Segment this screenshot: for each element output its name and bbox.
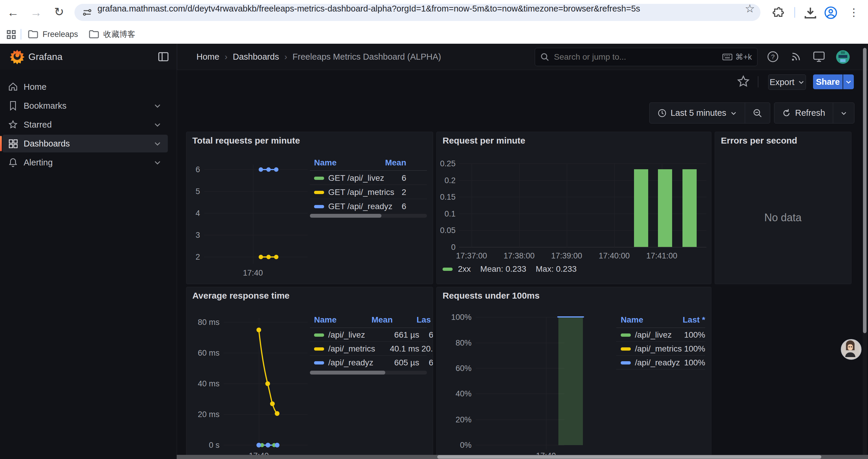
extensions-icon[interactable] — [772, 6, 785, 19]
refresh-interval-dropdown[interactable] — [833, 110, 854, 117]
horizontal-scrollbar-thumb[interactable] — [437, 455, 821, 459]
reload-icon[interactable]: ↻ — [54, 5, 64, 19]
monitor-icon[interactable] — [813, 51, 825, 63]
search-box[interactable]: ⌘+k — [535, 48, 757, 66]
legend-header-last[interactable]: Last * — [664, 315, 705, 325]
sidebar-item-dashboards[interactable]: Dashboards — [2, 135, 168, 153]
bookmark-icon — [2, 101, 24, 111]
bar-2xx[interactable] — [658, 169, 672, 247]
y-tick: 80% — [437, 338, 471, 348]
grafana-logo[interactable] — [9, 49, 25, 64]
legend-header-name[interactable]: Name — [314, 158, 337, 167]
legend-scrollbar[interactable] — [310, 214, 427, 218]
chevron-down-icon[interactable] — [154, 121, 161, 129]
series-mean: 2 — [402, 188, 406, 197]
panel-title: Total requests per minute — [192, 136, 300, 145]
assistant-avatar-image — [842, 340, 859, 357]
y-tick: 0.25 — [437, 159, 456, 168]
back-icon[interactable]: ← — [7, 6, 19, 19]
chevron-down-icon[interactable] — [154, 102, 161, 109]
sidebar-item-bookmarks[interactable]: Bookmarks — [2, 97, 168, 114]
chevron-down-icon — [730, 110, 737, 117]
sidebar-item-home[interactable]: Home — [2, 78, 168, 96]
x-tick: 17:37:00 — [456, 251, 487, 261]
floating-assistant-avatar[interactable] — [841, 339, 862, 360]
share-button[interactable]: Share — [813, 74, 843, 89]
series-color-pill — [621, 333, 631, 337]
bar-2xx[interactable] — [682, 169, 696, 247]
legend-header-name[interactable]: Name — [621, 315, 643, 325]
series-top-line — [557, 316, 584, 318]
vertical-scrollbar-thumb[interactable] — [863, 48, 867, 333]
forward-icon[interactable]: → — [30, 6, 42, 19]
series-last: 20.5 r — [410, 344, 433, 354]
url-text[interactable]: grafana.mathmast.com/d/deytv4rwavabkb/fr… — [97, 0, 640, 17]
bookmark-star-icon[interactable]: ☆ — [745, 2, 755, 15]
zoom-out-button[interactable] — [745, 108, 770, 118]
chevron-down-icon — [845, 78, 852, 85]
y-tick: 0.1 — [437, 209, 456, 219]
legend-header-last[interactable]: Las — [416, 315, 431, 325]
site-info-icon[interactable] — [83, 8, 92, 17]
legend-row[interactable]: /api/_metrics 40.1 ms 20.5 r — [314, 343, 427, 355]
bookmark-folder-blogs[interactable]: 收藏博客 — [89, 25, 135, 44]
y-tick: 2 — [186, 253, 200, 262]
legend-row[interactable]: /api/_metrics 100% — [621, 343, 705, 355]
y-tick: 60% — [437, 364, 471, 373]
panel-errors-per-second[interactable]: Errors per second No data — [715, 132, 851, 284]
vertical-scrollbar[interactable] — [863, 46, 867, 459]
chevron-down-icon[interactable] — [154, 159, 161, 166]
legend-row[interactable]: GET /api/_readyz 6 — [314, 201, 427, 212]
legend-header-mean[interactable]: Mean — [370, 158, 406, 167]
profile-icon[interactable] — [824, 6, 838, 20]
keyboard-icon — [722, 53, 733, 61]
time-range-picker[interactable]: Last 5 minutes — [650, 108, 745, 118]
legend-header-mean[interactable]: Mean — [358, 315, 393, 325]
sidebar-item-alerting[interactable]: Alerting — [2, 154, 168, 171]
legend-row[interactable]: /api/_livez 661 µs 646 — [314, 329, 427, 341]
legend-row[interactable]: 2xx Mean: 0.233 Max: 0.233 — [442, 264, 577, 274]
legend-scrollbar[interactable] — [310, 371, 427, 374]
export-button[interactable]: Export — [768, 74, 806, 90]
search-input[interactable] — [553, 52, 722, 62]
apps-grid-icon[interactable] — [6, 30, 18, 39]
legend-header-name[interactable]: Name — [314, 315, 337, 325]
bookmark-folder-freeleaps[interactable]: Freeleaps — [28, 25, 78, 44]
panel-request-per-minute[interactable]: Request per minute 0.25 0.2 0.15 0.1 0.0… — [436, 132, 711, 284]
bar-2xx[interactable] — [634, 169, 648, 247]
legend-row[interactable]: /api/_livez 100% — [621, 329, 705, 341]
favorite-star-icon[interactable] — [736, 74, 750, 89]
x-tick: 17:39:00 — [551, 251, 582, 261]
help-icon[interactable]: ? — [767, 51, 779, 63]
legend-row[interactable]: GET /api/_metrics 2 — [314, 186, 427, 198]
panel-requests-under-100ms[interactable]: Requests under 100ms 100% 80% 60% 40% 20… — [436, 287, 711, 459]
breadcrumb-dashboards[interactable]: Dashboards — [233, 52, 279, 62]
series-color-pill — [314, 191, 324, 194]
y-tick: 5 — [186, 187, 200, 196]
legend-row[interactable]: GET /api/_livez 6 — [314, 172, 427, 184]
series-color-pill — [442, 268, 453, 271]
panel-total-requests[interactable]: Total requests per minute 6 5 4 3 2 17:4… — [186, 132, 433, 284]
area-fill-100pct[interactable] — [558, 317, 583, 445]
kebab-menu-icon[interactable]: ⋮ — [848, 6, 859, 19]
chevron-down-icon[interactable] — [154, 140, 161, 147]
series-name: /api/_readyz — [328, 358, 373, 367]
y-tick: 20% — [437, 415, 471, 424]
sidebar-item-starred[interactable]: Starred — [2, 116, 168, 133]
series-last: 100% — [684, 358, 705, 367]
legend-row[interactable]: /api/_readyz 605 µs 620 — [314, 357, 427, 369]
clock-icon — [658, 109, 666, 118]
sidebar-toggle-icon[interactable] — [158, 52, 169, 62]
horizontal-scrollbar[interactable] — [177, 455, 868, 459]
active-indicator — [0, 136, 2, 151]
panel-average-response-time[interactable]: Average response time 80 ms 60 ms 40 ms … — [186, 287, 433, 459]
share-dropdown-button[interactable] — [843, 74, 854, 89]
user-avatar[interactable] — [836, 50, 850, 64]
bookmark-label: Freeleaps — [42, 30, 78, 39]
rss-icon[interactable] — [790, 51, 802, 63]
refresh-button[interactable]: Refresh — [774, 108, 833, 118]
download-icon[interactable] — [804, 6, 817, 19]
legend-row[interactable]: /api/_readyz 100% — [621, 357, 705, 369]
refresh-label: Refresh — [795, 108, 825, 118]
breadcrumb-home[interactable]: Home — [196, 52, 219, 62]
